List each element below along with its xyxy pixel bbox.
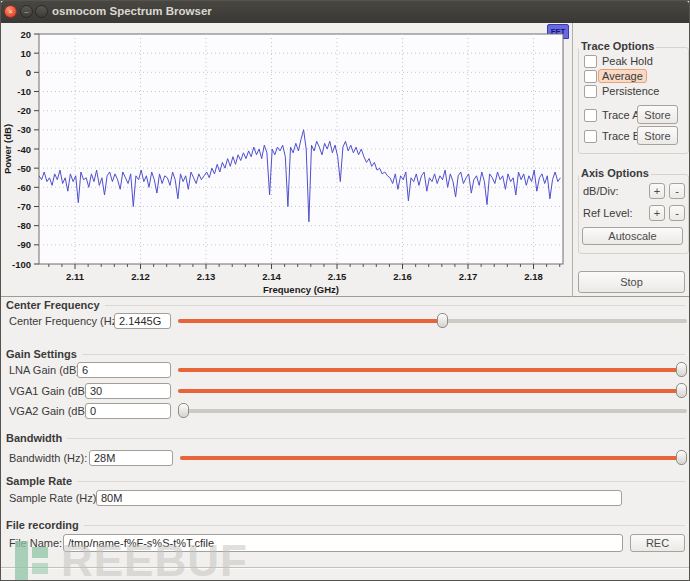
slider-fill: [178, 389, 687, 393]
window-title: osmocom Spectrum Browser: [52, 5, 212, 17]
svg-text:-40: -40: [17, 144, 31, 155]
bandwidth-slider[interactable]: [180, 450, 687, 465]
svg-text:-30: -30: [17, 124, 31, 135]
db-div-label: dB/Div:: [583, 185, 618, 197]
trace-a-label: Trace A: [602, 109, 640, 121]
minimize-icon[interactable]: –: [20, 5, 33, 18]
average-checkbox[interactable]: [584, 70, 597, 83]
vga1-gain-slider[interactable]: [178, 383, 687, 398]
center-frequency-input[interactable]: [114, 313, 171, 329]
peak-hold-checkbox[interactable]: [584, 55, 597, 68]
file-name-label: File Name:: [9, 537, 62, 549]
vga1-gain-input[interactable]: [85, 383, 171, 399]
svg-text:Frequency (GHz): Frequency (GHz): [263, 284, 339, 295]
app-window: × – osmocom Spectrum Browser FFT 2.112.1…: [0, 0, 690, 581]
vga2-gain-slider[interactable]: [178, 403, 687, 418]
peak-hold-label: Peak Hold: [602, 55, 653, 67]
svg-text:-50: -50: [17, 163, 31, 174]
svg-text:-70: -70: [17, 201, 31, 212]
svg-text:0: 0: [26, 67, 31, 78]
sample-rate-label: Sample Rate (Hz):: [9, 492, 99, 504]
top-section: FFT 2.112.122.132.142.152.162.172.182010…: [1, 23, 690, 297]
trace-options-title: Trace Options: [579, 40, 656, 52]
slider-fill: [178, 319, 443, 323]
trace-b-checkbox[interactable]: [584, 130, 597, 143]
db-div-plus-button[interactable]: +: [649, 183, 665, 199]
ref-level-plus-button[interactable]: +: [649, 205, 665, 221]
svg-text:2.12: 2.12: [131, 271, 150, 282]
center-frequency-label: Center Frequency (Hz):: [9, 315, 124, 327]
sample-rate-header: Sample Rate: [6, 474, 685, 487]
file-recording-header: File recording: [6, 518, 685, 531]
store-b-button[interactable]: Store: [637, 126, 678, 145]
rec-button[interactable]: REC: [630, 534, 685, 552]
ref-level-minus-button[interactable]: -: [669, 205, 685, 221]
stop-button[interactable]: Stop: [578, 271, 685, 293]
persistence-label: Persistence: [602, 85, 659, 97]
slider-handle[interactable]: [437, 313, 448, 328]
bandwidth-label: Bandwidth (Hz):: [9, 452, 87, 464]
center-frequency-slider[interactable]: [178, 313, 687, 328]
svg-text:2.14: 2.14: [262, 271, 281, 282]
svg-text:2.13: 2.13: [197, 271, 216, 282]
svg-text:Power (dB): Power (dB): [2, 124, 13, 174]
slider-fill: [180, 456, 687, 460]
svg-text:10: 10: [20, 48, 31, 59]
slider-track[interactable]: [178, 409, 687, 413]
file-name-input[interactable]: [63, 534, 623, 552]
slider-handle[interactable]: [676, 362, 687, 377]
slider-fill: [178, 368, 687, 372]
sample-rate-input[interactable]: [96, 490, 622, 506]
gain-settings-header: Gain Settings: [6, 347, 685, 360]
trace-b-label: Trace B: [602, 130, 640, 142]
svg-text:-60: -60: [17, 182, 31, 193]
bandwidth-input[interactable]: [89, 450, 173, 466]
maximize-icon[interactable]: [35, 5, 48, 18]
spectrum-plot: 2.112.122.132.142.152.162.172.1820100-10…: [1, 23, 572, 296]
autoscale-button[interactable]: Autoscale: [582, 227, 683, 245]
vga2-gain-label: VGA2 Gain (dB):: [9, 405, 92, 417]
svg-text:2.18: 2.18: [524, 271, 543, 282]
slider-handle[interactable]: [676, 383, 687, 398]
slider-handle[interactable]: [178, 403, 189, 418]
lna-gain-input[interactable]: [77, 362, 171, 378]
vga2-gain-input[interactable]: [85, 403, 171, 419]
title-bar: × – osmocom Spectrum Browser: [1, 1, 689, 24]
vga1-gain-label: VGA1 Gain (dB):: [9, 385, 92, 397]
svg-text:2.11: 2.11: [66, 271, 85, 282]
svg-text:-90: -90: [17, 239, 31, 250]
close-icon[interactable]: ×: [4, 5, 17, 18]
svg-text:-20: -20: [17, 105, 31, 116]
svg-text:-80: -80: [17, 220, 31, 231]
trace-a-checkbox[interactable]: [584, 109, 597, 122]
svg-text:2.17: 2.17: [459, 271, 478, 282]
axis-options-title: Axis Options: [579, 167, 651, 179]
db-div-minus-button[interactable]: -: [669, 183, 685, 199]
svg-text:2.16: 2.16: [393, 271, 412, 282]
slider-handle[interactable]: [676, 450, 687, 465]
center-frequency-header: Center Frequency: [6, 298, 685, 311]
ref-level-label: Ref Level:: [583, 207, 633, 219]
svg-text:-100: -100: [12, 259, 31, 270]
bottom-separator: [1, 567, 690, 569]
lna-gain-label: LNA Gain (dB):: [9, 364, 83, 376]
svg-text:2.15: 2.15: [328, 271, 347, 282]
side-panel: Trace Options Peak Hold Average Persiste…: [573, 23, 690, 297]
svg-text:-10: -10: [17, 86, 31, 97]
svg-text:20: 20: [20, 29, 31, 40]
average-label: Average: [598, 69, 647, 83]
store-a-button[interactable]: Store: [637, 105, 678, 124]
bandwidth-header: Bandwidth: [6, 431, 685, 444]
persistence-checkbox[interactable]: [584, 85, 597, 98]
lna-gain-slider[interactable]: [178, 362, 687, 377]
